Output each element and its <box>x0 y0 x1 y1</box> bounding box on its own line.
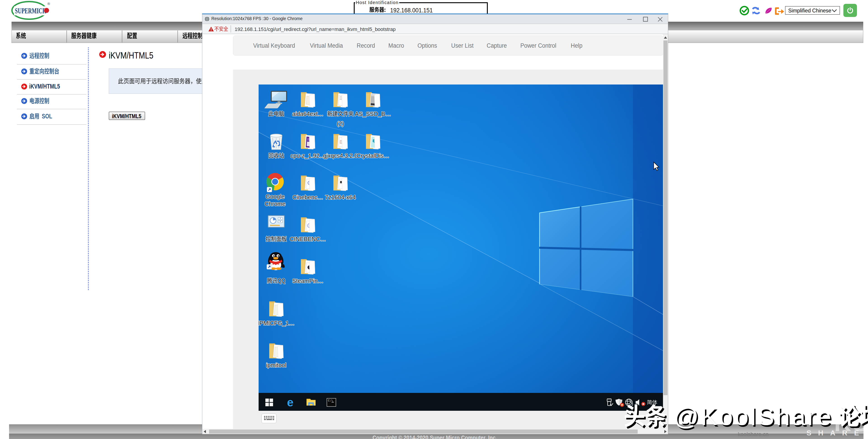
svg-text:Google: Google <box>266 193 285 200</box>
svg-text:IPMICFG_1…: IPMICFG_1… <box>258 320 295 326</box>
svg-text:CrystalDis…: CrystalDis… <box>357 152 389 159</box>
svg-text:®: ® <box>48 2 50 6</box>
svg-text:aida64ext…: aida64ext… <box>292 111 324 117</box>
svg-text:SUPERMICR: SUPERMICR <box>15 6 46 15</box>
svg-text:gjxqcs4.3.2.0: gjxqcs4.3.2.0 <box>323 152 358 159</box>
svg-text:Chrome: Chrome <box>265 200 285 207</box>
svg-text:CINEBENC…: CINEBENC… <box>290 236 326 243</box>
svg-text:SteamPin…: SteamPin… <box>292 278 324 284</box>
svg-text:7z1604-x64: 7z1604-x64 <box>325 194 356 201</box>
svg-text:cpu-z_1.92…: cpu-z_1.92… <box>290 152 326 159</box>
svg-text:AS_SSD_B…: AS_SSD_B… <box>355 111 391 117</box>
svg-text:C:\: C:\ <box>328 399 333 402</box>
svg-text:ipmitool: ipmitool <box>266 362 286 369</box>
svg-text:Cinebenc…: Cinebenc… <box>292 194 323 201</box>
svg-text:e: e <box>287 396 293 409</box>
svg-text:(2): (2) <box>337 120 344 127</box>
